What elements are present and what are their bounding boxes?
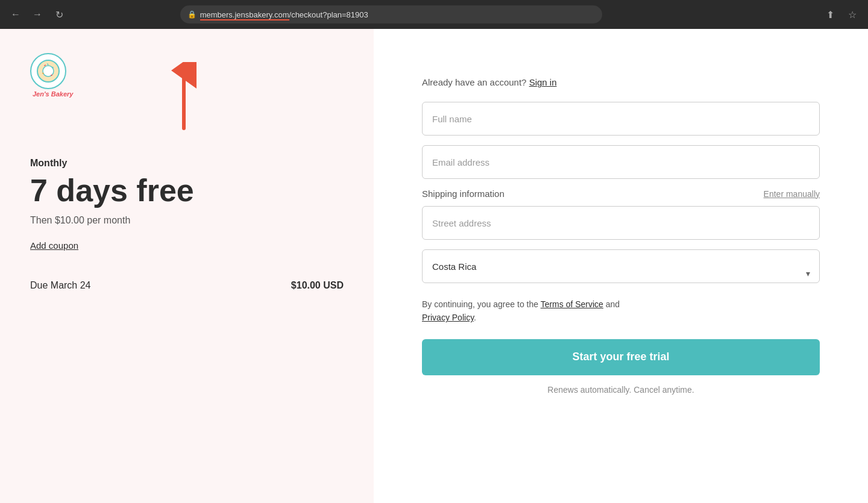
plan-section: Monthly 7 days free Then $10.00 per mont… — [30, 158, 344, 291]
due-label: Due March 24 — [30, 280, 91, 291]
logo-svg — [35, 58, 61, 84]
sign-in-link[interactable]: Sign in — [529, 77, 557, 87]
lock-icon: 🔒 — [187, 10, 197, 19]
address-bar[interactable]: 🔒 members.jensbakery.com/checkout?plan=8… — [180, 5, 602, 23]
logo-name: Jen's Bakery — [33, 90, 73, 98]
share-button[interactable]: ⬆ — [822, 6, 839, 23]
arrow-annotation — [163, 62, 205, 137]
browser-right-icons: ⬆ ☆ — [822, 6, 861, 23]
address-text: members.jensbakery.com/checkout?plan=819… — [200, 10, 368, 19]
privacy-policy-link[interactable]: Privacy Policy — [422, 313, 474, 322]
reload-button[interactable]: ↻ — [51, 6, 68, 23]
forward-button[interactable]: → — [29, 6, 46, 23]
bookmark-button[interactable]: ☆ — [844, 6, 861, 23]
plan-title: 7 days free — [30, 173, 344, 208]
shipping-header: Shipping information Enter manually — [422, 189, 820, 199]
shipping-label: Shipping information — [422, 189, 505, 199]
plan-label: Monthly — [30, 158, 344, 169]
logo-circle — [30, 53, 66, 89]
terms-text: By continuing, you agree to the Terms of… — [422, 298, 820, 325]
right-panel: Already have an account? Sign in Shippin… — [374, 29, 868, 503]
account-prompt: Already have an account? Sign in — [422, 77, 820, 87]
due-row: Due March 24 $10.00 USD — [30, 280, 344, 291]
full-name-input[interactable] — [422, 102, 820, 136]
email-input[interactable] — [422, 145, 820, 179]
terms-of-service-link[interactable]: Terms of Service — [541, 299, 603, 309]
plan-subtitle: Then $10.00 per month — [30, 215, 344, 226]
country-select[interactable]: Costa Rica — [422, 249, 820, 283]
browser-chrome: ← → ↻ 🔒 members.jensbakery.com/checkout?… — [0, 0, 868, 29]
left-panel: Jen's Bakery Monthly 7 days free Then $1… — [0, 29, 374, 503]
country-select-wrapper: Costa Rica ▾ — [422, 249, 820, 298]
renews-text: Renews automatically. Cancel anytime. — [422, 385, 820, 395]
due-amount: $10.00 USD — [291, 280, 344, 291]
add-coupon-button[interactable]: Add coupon — [30, 240, 78, 251]
page-layout: Jen's Bakery Monthly 7 days free Then $1… — [0, 29, 868, 503]
start-trial-button[interactable]: Start your free trial — [422, 339, 820, 375]
street-address-input[interactable] — [422, 206, 820, 240]
enter-manually-link[interactable]: Enter manually — [764, 189, 820, 199]
arrow-svg — [163, 62, 205, 134]
back-button[interactable]: ← — [7, 6, 24, 23]
